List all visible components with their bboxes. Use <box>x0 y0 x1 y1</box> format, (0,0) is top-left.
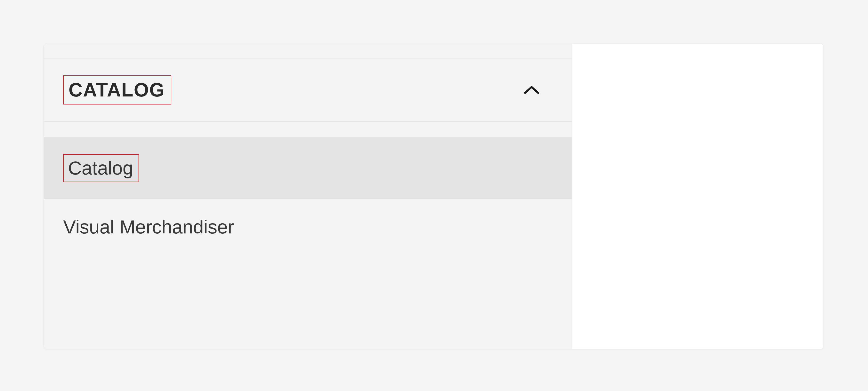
config-panel: CATALOG Catalog Visual Merchandiser <box>43 44 824 349</box>
sidebar-item-label: Catalog <box>68 157 133 179</box>
sidebar-top-strip <box>44 44 571 58</box>
sidebar-item-highlight: Catalog <box>63 154 139 182</box>
config-sidebar: CATALOG Catalog Visual Merchandiser <box>44 44 572 349</box>
sidebar-item-visual-merchandiser[interactable]: Visual Merchandiser <box>44 199 571 255</box>
sidebar-item-catalog[interactable]: Catalog <box>44 137 571 199</box>
content-panel <box>572 44 823 349</box>
section-title-highlight: CATALOG <box>63 75 171 105</box>
section-header-catalog[interactable]: CATALOG <box>44 58 571 122</box>
section-gap <box>44 122 571 137</box>
section-title: CATALOG <box>68 79 165 101</box>
chevron-up-icon <box>521 79 542 101</box>
sidebar-item-label: Visual Merchandiser <box>63 216 234 238</box>
